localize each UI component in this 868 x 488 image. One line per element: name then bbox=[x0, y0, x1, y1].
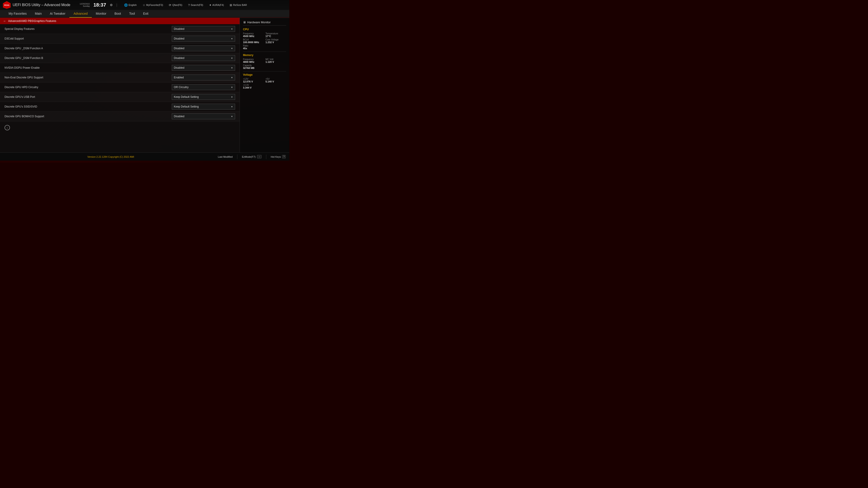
resize-bar-button[interactable]: ⊞ ReSize BAR bbox=[228, 3, 248, 7]
core-voltage-label: Core Voltage bbox=[266, 38, 286, 41]
resize-label: ReSize BAR bbox=[233, 4, 247, 6]
mc-volt-value: 1.120 V bbox=[266, 61, 286, 63]
dropdown-arrow-icon: ▼ bbox=[231, 105, 233, 108]
setting-dropdown-dsm-b[interactable]: Disabled ▼ bbox=[172, 55, 235, 61]
app-title: UEFI BIOS Utility – Advanced Mode bbox=[13, 3, 70, 7]
cpu-freq-label: Frequency bbox=[243, 32, 264, 35]
v33-value: 3.344 V bbox=[243, 86, 264, 89]
setting-dropdown-non-eval[interactable]: Enabled ▼ bbox=[172, 74, 235, 80]
search-label: Search(F9) bbox=[191, 4, 203, 6]
setting-value-ssid: Keep Default Setting bbox=[174, 105, 199, 108]
aura-label: AURA(F4) bbox=[213, 4, 224, 6]
mem-freq-value: 4800 MHz bbox=[243, 61, 264, 63]
setting-dropdown-dsm-a[interactable]: Disabled ▼ bbox=[172, 45, 235, 51]
logo-area: ROG UEFI BIOS Utility – Advanced Mode bbox=[3, 1, 70, 9]
day-display: Sunday bbox=[83, 5, 90, 7]
fan-icon: ⟳ bbox=[169, 3, 171, 7]
v5-label: +5V bbox=[266, 78, 286, 80]
myfavorite-button[interactable]: ☆ MyFavorite(F3) bbox=[141, 3, 164, 7]
setting-dropdown-ssid[interactable]: Keep Default Setting ▼ bbox=[172, 104, 235, 109]
setting-value-special-display: Disabled bbox=[174, 27, 184, 31]
capacity-label: Capacity bbox=[243, 64, 264, 67]
datetime-display: 12/25/2022 Sunday bbox=[74, 3, 90, 7]
capacity-value: 32768 MB bbox=[243, 67, 264, 69]
setting-dropdown-hpd[interactable]: OR Circuitry ▼ bbox=[172, 84, 235, 90]
header-top: ROG UEFI BIOS Utility – Advanced Mode 12… bbox=[0, 0, 289, 10]
qfan-button[interactable]: ⟳ Qfan(F6) bbox=[167, 3, 184, 7]
header: ROG UEFI BIOS Utility – Advanced Mode 12… bbox=[0, 0, 289, 18]
question-icon: ? bbox=[188, 3, 190, 7]
setting-dropdown-special-display[interactable]: Disabled ▼ bbox=[172, 26, 235, 32]
date-display: 12/25/2022 bbox=[80, 3, 90, 5]
setting-dropdown-nvidia-dgpu[interactable]: Disabled ▼ bbox=[172, 65, 235, 71]
hw-divider-2 bbox=[243, 71, 286, 71]
voltage-stats: +12V 12.076 V +5V 5.140 V +3.3V 3.344 V bbox=[243, 78, 286, 89]
ratio-label: Ratio bbox=[243, 44, 264, 47]
setting-label-non-eval: Non-Eval Discrete GPU Support bbox=[4, 76, 172, 79]
dropdown-arrow-icon: ▼ bbox=[231, 96, 233, 98]
nav-exit[interactable]: Exit bbox=[139, 10, 152, 17]
memory-stats: Frequency 4800 MHz MC Volt 1.120 V Capac… bbox=[243, 58, 286, 69]
v12-value: 12.076 V bbox=[243, 80, 264, 83]
time-display: 18:37 bbox=[93, 2, 106, 7]
hardware-monitor-panel: 🖥 Hardware Monitor CPU Frequency 4500 MH… bbox=[240, 18, 289, 153]
search-button[interactable]: ? Search(F9) bbox=[187, 3, 204, 7]
v5-value: 5.140 V bbox=[266, 80, 286, 83]
setting-row-dsm-a: Discrete GPU _DSM Function A Disabled ▼ bbox=[0, 43, 240, 53]
setting-dropdown-d3cold[interactable]: Disabled ▼ bbox=[172, 36, 235, 41]
settings-list: Special Display Features Disabled ▼ D3Co… bbox=[0, 24, 240, 121]
setting-value-dsm-a: Disabled bbox=[174, 47, 184, 50]
dropdown-arrow-icon: ▼ bbox=[231, 67, 233, 69]
bclk-label: BCLK bbox=[243, 38, 264, 41]
hotkeys-key-icon: ? bbox=[282, 155, 286, 158]
cpu-stats: Frequency 4500 MHz Temperature 17°C BCLK… bbox=[243, 32, 286, 50]
nav-ai-tweaker[interactable]: Ai Tweaker bbox=[46, 10, 69, 17]
globe-icon: 🌐 bbox=[124, 3, 128, 7]
dropdown-arrow-icon: ▼ bbox=[231, 86, 233, 89]
setting-value-non-eval: Enabled bbox=[174, 76, 184, 79]
nav-advanced[interactable]: Advanced bbox=[69, 10, 92, 17]
dropdown-arrow-icon: ▼ bbox=[231, 57, 233, 59]
ezmode-label: EzMode(F7) bbox=[242, 156, 256, 158]
nav-bar: My Favorites Main Ai Tweaker Advanced Mo… bbox=[0, 10, 289, 18]
cpu-temp-label: Temperature bbox=[266, 32, 286, 35]
english-label: English bbox=[129, 4, 137, 6]
bclk-value: 100.0000 MHz bbox=[243, 41, 264, 43]
setting-dropdown-bomaco[interactable]: Disabled ▼ bbox=[172, 113, 235, 119]
ezmode-button[interactable]: EzMode(F7) → bbox=[242, 155, 261, 158]
setting-label-special-display: Special Display Features bbox=[4, 27, 172, 31]
nav-monitor[interactable]: Monitor bbox=[92, 10, 111, 17]
nav-main[interactable]: Main bbox=[31, 10, 46, 17]
voltage-section-title: Voltage bbox=[243, 73, 286, 76]
dropdown-arrow-icon: ▼ bbox=[231, 115, 233, 118]
hw-monitor-title: 🖥 Hardware Monitor bbox=[243, 21, 286, 26]
aura-button[interactable]: ✦ AURA(F4) bbox=[208, 3, 225, 7]
settings-icon[interactable]: ⚙ bbox=[110, 3, 113, 7]
setting-dropdown-usb[interactable]: Keep Default Setting ▼ bbox=[172, 94, 235, 100]
setting-label-nvidia-dgpu: NVIDIA DGPU Power Enable bbox=[4, 66, 172, 69]
footer: Version 2.22.1284 Copyright (C) 2022 AMI… bbox=[0, 153, 289, 161]
v12-label: +12V bbox=[243, 78, 264, 80]
last-modified-button[interactable]: Last Modified bbox=[218, 156, 232, 158]
setting-row-non-eval: Non-Eval Discrete GPU Support Enabled ▼ bbox=[0, 73, 240, 83]
v33-label: +3.3V bbox=[243, 84, 264, 86]
dropdown-arrow-icon: ▼ bbox=[231, 37, 233, 40]
setting-row-hpd: Discrete GPU HPD Circuitry OR Circuitry … bbox=[0, 83, 240, 92]
nav-tool[interactable]: Tool bbox=[125, 10, 139, 17]
info-area: i bbox=[0, 121, 240, 134]
hotkeys-button[interactable]: Hot Keys ? bbox=[271, 155, 286, 158]
nav-my-favorites[interactable]: My Favorites bbox=[4, 10, 31, 17]
info-icon[interactable]: i bbox=[4, 125, 10, 130]
english-button[interactable]: 🌐 English bbox=[123, 3, 138, 7]
setting-row-nvidia-dgpu: NVIDIA DGPU Power Enable Disabled ▼ bbox=[0, 63, 240, 73]
main-content: ← Advanced\AMD PBS\Graphics Features Spe… bbox=[0, 18, 289, 153]
setting-value-dsm-b: Disabled bbox=[174, 57, 184, 60]
hw-monitor-label: Hardware Monitor bbox=[247, 21, 271, 24]
header-icons: 🌐 English ☆ MyFavorite(F3) ⟳ Qfan(F6) ? … bbox=[123, 3, 248, 7]
svg-text:ROG: ROG bbox=[4, 4, 9, 6]
cpu-section-title: CPU bbox=[243, 28, 286, 31]
back-arrow-icon[interactable]: ← bbox=[3, 19, 6, 23]
nav-boot[interactable]: Boot bbox=[110, 10, 125, 17]
hw-divider-1 bbox=[243, 52, 286, 52]
setting-label-dsm-b: Discrete GPU _DSM Function B bbox=[4, 57, 172, 60]
